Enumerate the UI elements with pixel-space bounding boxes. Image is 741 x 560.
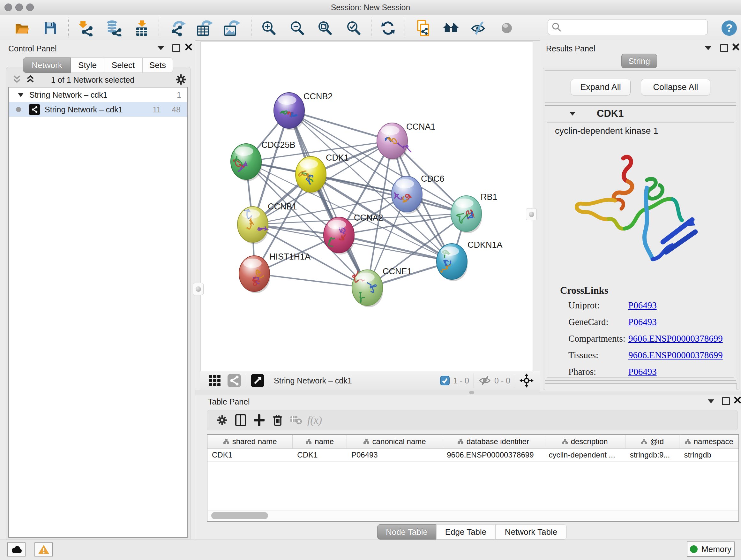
show-columns-icon[interactable]	[231, 413, 250, 428]
search-input[interactable]	[564, 22, 708, 32]
tab-style[interactable]: Style	[71, 57, 104, 73]
column-header-shared-name[interactable]: shared name	[207, 435, 293, 448]
float-panel-icon[interactable]	[720, 44, 728, 52]
horizontal-scrollbar[interactable]	[208, 510, 738, 520]
memory-button[interactable]: Memory	[687, 542, 735, 557]
zoom-fit-button[interactable]	[316, 19, 333, 37]
crosslink-link[interactable]: P06493	[628, 367, 657, 377]
table-cell[interactable]: cyclin-dependent ...	[544, 449, 625, 461]
table-cell[interactable]: CDK1	[207, 449, 293, 461]
tree-expand-icon[interactable]	[18, 93, 23, 97]
column-header-database-identifier[interactable]: database identifier	[442, 435, 544, 448]
selected-checkbox-icon[interactable]	[440, 375, 450, 386]
network-row-selected[interactable]: String Network – cdk1 11 48	[9, 102, 187, 117]
tab-network-table[interactable]: Network Table	[495, 524, 567, 540]
tab-network[interactable]: Network	[23, 57, 71, 73]
expand-all-icon[interactable]	[25, 74, 36, 85]
float-panel-icon[interactable]	[172, 44, 180, 52]
delete-column-icon[interactable]	[268, 413, 287, 428]
close-panel-icon[interactable]	[733, 396, 741, 404]
export-table-button[interactable]	[196, 19, 213, 37]
table-cell[interactable]: stringdb	[679, 449, 738, 461]
add-column-icon[interactable]	[250, 413, 268, 428]
export-network-button[interactable]	[169, 19, 186, 37]
hide-unhide-button[interactable]	[470, 19, 487, 37]
cloud-status-button[interactable]	[7, 543, 25, 557]
crosslink-link[interactable]: 9606.ENSP00000378699	[628, 333, 723, 344]
node-label: CDC6	[421, 174, 445, 184]
panel-menu-icon[interactable]	[705, 46, 711, 50]
table-cell[interactable]: CDK1	[293, 449, 347, 461]
panel-menu-icon[interactable]	[158, 46, 164, 50]
tab-sets[interactable]: Sets	[142, 57, 173, 73]
import-database-button[interactable]	[105, 19, 122, 37]
network-from-file-button[interactable]	[414, 19, 432, 37]
import-network-button[interactable]	[77, 19, 95, 37]
tab-node-table[interactable]: Node Table	[377, 524, 436, 540]
gear-icon[interactable]	[175, 73, 187, 85]
help-button[interactable]: ?	[721, 19, 738, 37]
export-image-button[interactable]	[223, 19, 240, 37]
column-header-canonical-name[interactable]: canonical name	[347, 435, 442, 448]
network-edge[interactable]	[254, 273, 367, 288]
gene-description: cyclin-dependent kinase 1	[555, 126, 658, 136]
crosslink-link[interactable]: P06493	[628, 317, 657, 327]
birdseye-view-icon[interactable]	[251, 374, 265, 388]
network-canvas[interactable]: CCNB2CCNA1CDC25BCDK1CDC6RB1CCNB1CCNA2CDK…	[200, 42, 533, 371]
zoom-selected-button[interactable]	[345, 19, 362, 37]
refresh-layout-button[interactable]	[380, 19, 397, 37]
left-splitter-handle[interactable]	[193, 283, 204, 295]
node-label: CCNB2	[304, 91, 333, 101]
control-panel: Control Panel Network Style Select Sets …	[0, 40, 195, 540]
network-root-row[interactable]: String Network – cdk1 1	[9, 87, 187, 102]
panel-menu-icon[interactable]	[708, 399, 714, 403]
current-network-dot	[16, 107, 21, 112]
warning-icon	[38, 544, 50, 555]
control-panel-title: Control Panel	[8, 44, 57, 53]
save-session-button[interactable]	[42, 19, 59, 37]
tab-string[interactable]: String	[621, 54, 657, 68]
network-edge[interactable]	[339, 235, 452, 261]
gray-sphere-button[interactable]	[498, 19, 515, 37]
column-header--id[interactable]: @id	[625, 435, 680, 448]
scrollbar-thumb[interactable]	[211, 512, 268, 519]
grid-view-icon[interactable]	[208, 374, 221, 387]
table-gear-icon[interactable]	[213, 413, 231, 428]
collapse-all-button[interactable]: Collapse All	[641, 79, 711, 96]
expand-all-button[interactable]: Expand All	[570, 79, 630, 96]
collapse-all-icon[interactable]	[11, 74, 22, 85]
table-cell[interactable]: P06493	[347, 449, 442, 461]
crosslink-link[interactable]: P06493	[628, 300, 657, 311]
open-session-button[interactable]	[14, 19, 31, 37]
hidden-eye-icon[interactable]	[478, 375, 491, 386]
zoom-in-button[interactable]	[260, 19, 277, 37]
results-panel: Results Panel String Expand All Collapse…	[540, 40, 741, 391]
network-view-icon[interactable]	[227, 374, 241, 388]
delete-table-icon[interactable]	[287, 413, 306, 428]
gene-header-row[interactable]: CDK1	[545, 106, 736, 122]
pan-crosshair-icon[interactable]	[520, 374, 534, 388]
column-header-name[interactable]: name	[293, 435, 347, 448]
table-row[interactable]: CDK1CDK1P064939606.ENSP00000378699cyclin…	[207, 449, 738, 462]
zoom-out-button[interactable]	[288, 19, 306, 37]
splitter-grip[interactable]	[469, 391, 474, 394]
crosslink-link[interactable]: 9606.ENSP00000378699	[628, 350, 723, 361]
function-builder-icon[interactable]: f(x)	[306, 413, 324, 428]
toolbar-separator	[68, 17, 69, 37]
import-table-button[interactable]	[133, 19, 150, 37]
column-header-description[interactable]: description	[544, 435, 625, 448]
table-cell[interactable]: 9606.ENSP00000378699	[442, 449, 544, 461]
close-panel-icon[interactable]	[185, 43, 193, 51]
float-panel-icon[interactable]	[722, 397, 730, 405]
network-type-icon	[29, 104, 40, 115]
close-panel-icon[interactable]	[732, 43, 740, 51]
tab-select[interactable]: Select	[104, 57, 142, 73]
table-cell[interactable]: stringdb:9...	[625, 449, 680, 461]
column-header-namespace[interactable]: namespace	[679, 435, 738, 448]
right-splitter-handle[interactable]	[526, 208, 537, 220]
toolbar-search[interactable]	[548, 19, 708, 35]
collapse-gene-icon[interactable]	[569, 112, 576, 116]
home-organisms-button[interactable]	[443, 19, 460, 37]
warnings-button[interactable]	[35, 543, 53, 557]
tab-edge-table[interactable]: Edge Table	[436, 524, 495, 540]
